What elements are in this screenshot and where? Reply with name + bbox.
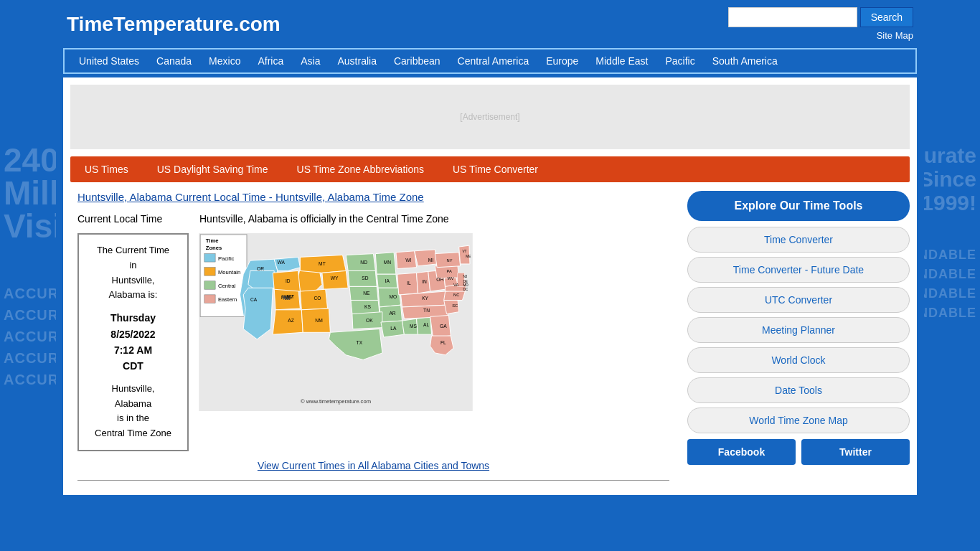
tab-us-converter[interactable]: US Time Converter: [438, 156, 552, 182]
nav-item-mexico[interactable]: Mexico: [200, 50, 249, 72]
svg-text:DE: DE: [463, 280, 468, 283]
tool-world-clock[interactable]: World Clock: [687, 347, 910, 373]
tool-time-converter-future[interactable]: Time Converter - Future Date: [687, 257, 910, 283]
svg-text:MN: MN: [384, 260, 392, 265]
svg-text:Pacific: Pacific: [218, 255, 235, 262]
tab-us-dst[interactable]: US Daylight Saving Time: [143, 156, 283, 182]
nav-item-africa[interactable]: Africa: [249, 50, 292, 72]
tool-world-time-zone-map[interactable]: World Time Zone Map: [687, 408, 910, 433]
tool-date-tools[interactable]: Date Tools: [687, 377, 910, 403]
tools-header[interactable]: Explore Our Time Tools: [687, 191, 910, 221]
svg-text:IN: IN: [422, 279, 427, 284]
nav-item-pacific[interactable]: Pacific: [656, 50, 703, 72]
nav-item-australia[interactable]: Australia: [329, 50, 385, 72]
tool-utc-converter[interactable]: UTC Converter: [687, 287, 910, 313]
svg-text:PA: PA: [447, 269, 452, 273]
svg-text:NE: NE: [363, 291, 370, 296]
svg-text:NY: NY: [447, 258, 453, 263]
svg-text:NJ: NJ: [463, 275, 467, 278]
svg-text:WY: WY: [331, 276, 339, 281]
svg-text:MO: MO: [389, 294, 397, 299]
nav-item-middle-east[interactable]: Middle East: [587, 50, 656, 72]
nav-item-caribbean[interactable]: Caribbean: [385, 50, 449, 72]
time-box-footer: Huntsville,Alabamais in theCentral Time …: [90, 382, 176, 441]
search-input[interactable]: [728, 7, 857, 27]
svg-text:KY: KY: [422, 296, 428, 301]
main-content: Huntsville, Alabama Current Local Time -…: [70, 191, 910, 488]
svg-text:Time: Time: [206, 237, 219, 244]
svg-text:WV: WV: [447, 276, 453, 281]
site-map-link[interactable]: Site Map: [877, 30, 913, 41]
time-box-line1: The Current TimeinHuntsville,Alabama is:: [90, 243, 176, 303]
svg-text:ND: ND: [360, 260, 367, 265]
svg-text:SC: SC: [452, 303, 458, 308]
svg-text:CO: CO: [314, 296, 321, 301]
search-button[interactable]: Search: [860, 7, 913, 27]
svg-text:ID: ID: [286, 278, 291, 283]
svg-text:Mountain: Mountain: [218, 269, 240, 276]
nav-item-central-america[interactable]: Central America: [449, 50, 538, 72]
svg-text:TX: TX: [357, 340, 363, 345]
svg-text:MS: MS: [410, 324, 418, 329]
tool-meeting-planner[interactable]: Meeting Planner: [687, 317, 910, 343]
nav-item-europe[interactable]: Europe: [537, 50, 587, 72]
svg-text:FL: FL: [440, 340, 446, 345]
svg-text:GA: GA: [440, 324, 447, 329]
svg-text:UT: UT: [288, 294, 294, 299]
nav-item-us[interactable]: United States: [70, 50, 148, 72]
svg-text:AR: AR: [389, 311, 395, 316]
svg-text:VA: VA: [453, 283, 458, 287]
svg-text:Central: Central: [218, 283, 236, 289]
ad-area: [Advertisement]: [70, 85, 910, 149]
svg-text:Eastern: Eastern: [218, 296, 237, 303]
svg-marker-38: [415, 250, 437, 266]
content-area: [Advertisement] US Times US Daylight Sav…: [63, 77, 917, 495]
divider: [77, 480, 669, 481]
right-column: Explore Our Time Tools Time Converter Ti…: [687, 191, 910, 488]
ad-placeholder: [Advertisement]: [460, 112, 519, 122]
svg-rect-8: [204, 281, 215, 289]
view-link[interactable]: View Current Times in All Alabama Cities…: [70, 460, 677, 471]
svg-text:LA: LA: [390, 326, 397, 331]
current-local-time-label: Current Local Time: [77, 213, 192, 225]
svg-rect-6: [204, 268, 215, 276]
svg-text:NC: NC: [453, 293, 459, 297]
left-column: Huntsville, Alabama Current Local Time -…: [70, 191, 677, 488]
facebook-button[interactable]: Facebook: [687, 439, 796, 465]
svg-text:DC: DC: [463, 288, 468, 291]
orange-tabs: US Times US Daylight Saving Time US Time…: [70, 156, 910, 182]
us-timezone-map: Time Zones Pacific Mountain Central East…: [196, 233, 476, 411]
time-box-day: Thursday8/25/20227:12 AMCDT: [90, 310, 176, 375]
svg-text:MI: MI: [428, 258, 434, 263]
time-description: Huntsville, Alabama is officially in the…: [199, 213, 677, 225]
svg-rect-10: [204, 295, 215, 303]
svg-text:NM: NM: [315, 318, 322, 323]
nav-item-asia[interactable]: Asia: [292, 50, 329, 72]
nav-bar: United States Canada Mexico Africa Asia …: [63, 48, 917, 74]
svg-text:VT: VT: [462, 250, 466, 253]
svg-text:KS: KS: [364, 304, 371, 309]
main-wrapper: TimeTemperature.com Search Site Map Unit…: [56, 0, 924, 551]
svg-text:MD: MD: [463, 283, 468, 287]
page-title-link[interactable]: Huntsville, Alabama Current Local Time -…: [77, 191, 677, 203]
tool-time-converter[interactable]: Time Converter: [687, 227, 910, 253]
tab-us-abbreviations[interactable]: US Time Zone Abbreviations: [283, 156, 438, 182]
header-right: Search Site Map: [728, 7, 913, 41]
nav-item-canada[interactable]: Canada: [148, 50, 200, 72]
svg-text:TN: TN: [423, 308, 430, 313]
svg-text:CA: CA: [250, 297, 258, 302]
time-box: The Current TimeinHuntsville,Alabama is:…: [77, 233, 189, 451]
svg-text:WA: WA: [277, 260, 285, 265]
site-title: TimeTemperature.com: [67, 13, 281, 36]
svg-text:OR: OR: [257, 266, 264, 271]
svg-text:SD: SD: [362, 276, 368, 281]
twitter-button[interactable]: Twitter: [801, 439, 910, 465]
header: TimeTemperature.com Search Site Map: [56, 0, 924, 48]
search-bar: Search: [728, 7, 913, 27]
svg-text:OK: OK: [366, 318, 373, 323]
tab-us-times[interactable]: US Times: [70, 156, 143, 182]
nav-item-south-america[interactable]: South America: [704, 50, 786, 72]
svg-text:MT: MT: [319, 261, 326, 266]
time-map-row: The Current TimeinHuntsville,Alabama is:…: [77, 233, 677, 451]
map-copyright: © www.timetemperature.com: [301, 398, 371, 405]
